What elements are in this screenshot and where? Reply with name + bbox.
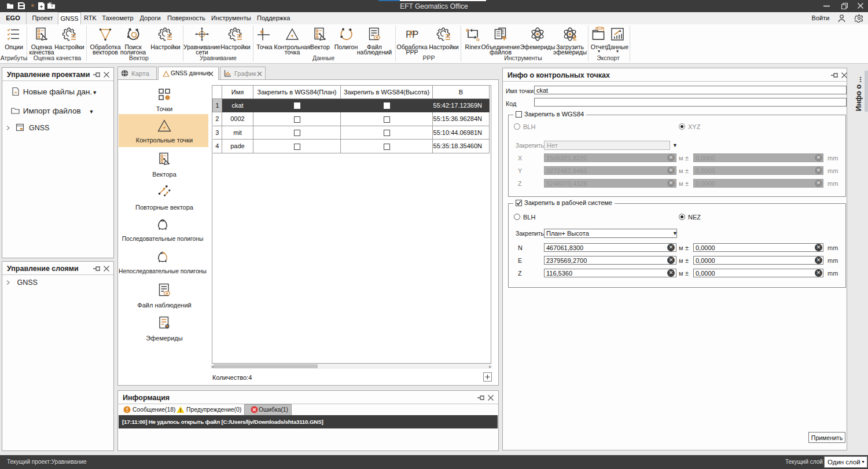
svg-text:R: R [466, 28, 470, 33]
